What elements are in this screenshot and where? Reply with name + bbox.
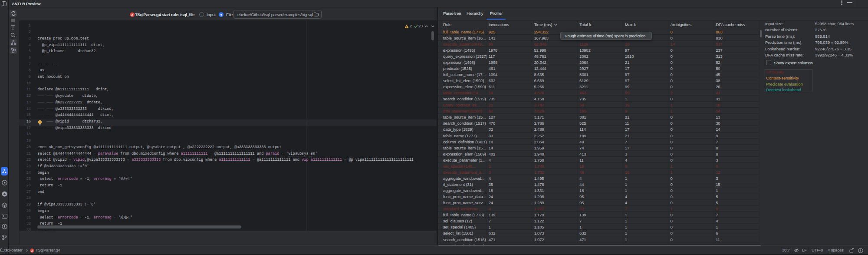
svg-text:A: A [3,192,6,196]
